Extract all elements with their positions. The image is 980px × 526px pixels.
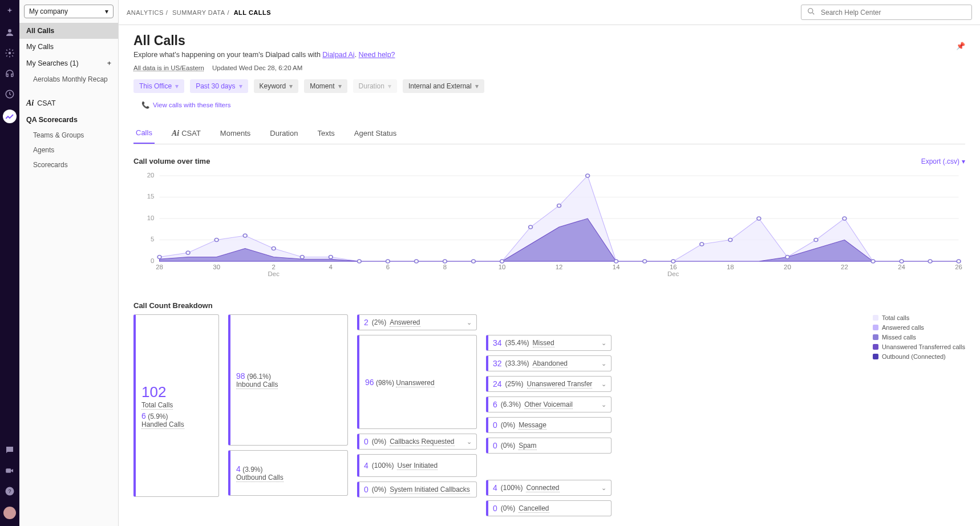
legend-item: Unanswered Transferred calls	[873, 343, 965, 350]
filter-chip-5[interactable]: Internal and External▾	[403, 79, 484, 93]
plus-icon[interactable]: +	[107, 59, 111, 67]
filter-chip-2[interactable]: Keyword▾	[254, 79, 299, 93]
pin-icon[interactable]: 📌	[956, 42, 965, 50]
history-icon[interactable]	[5, 89, 15, 99]
tab-csat[interactable]: AiCSAT	[169, 123, 203, 144]
sidebar-item-qa[interactable]: QA Scorecards	[19, 112, 118, 128]
tab-duration[interactable]: Duration	[268, 123, 300, 144]
filter-chip-4[interactable]: Duration▾	[353, 79, 397, 93]
sidebar-item-csat[interactable]: Ai CSAT	[19, 95, 118, 112]
card-callbacks-req[interactable]: 0 (0%) Callbacks Requested ⌄	[357, 434, 477, 450]
card-inbound[interactable]: 98 (96.1%) Inbound Calls	[228, 314, 348, 446]
page-title: All Calls	[133, 33, 395, 48]
card-unans-2[interactable]: 24 (25%) Unanswered Transfer⌄	[486, 376, 612, 392]
card-sys-init[interactable]: 0 (0%) System Initiated Callbacks	[357, 482, 477, 497]
chevron-down-icon: ▾	[475, 82, 479, 90]
svg-text:?: ?	[8, 488, 11, 494]
card-unans-1[interactable]: 32 (33.3%) Abandoned⌄	[486, 355, 612, 371]
company-name: My company	[29, 7, 68, 15]
search-help[interactable]	[801, 5, 972, 20]
need-help-link[interactable]: Need help?	[359, 51, 395, 59]
chevron-down-icon: ⌄	[601, 360, 606, 367]
gear-icon[interactable]	[5, 48, 15, 58]
card-total-calls[interactable]: 102 Total Calls 6 (5.9%) Handled Calls	[133, 314, 219, 497]
filter-chip-0[interactable]: This Office▾	[133, 79, 184, 93]
legend-item: Missed calls	[873, 334, 965, 341]
card-unans-5[interactable]: 0 (0%) Spam	[486, 438, 612, 454]
tab-agent-status[interactable]: Agent Status	[352, 123, 399, 144]
sidebar-sub-teams[interactable]: Teams & Groups	[19, 128, 118, 143]
filter-chip-3[interactable]: Moment▾	[304, 79, 347, 93]
svg-point-35	[700, 242, 704, 246]
card-out-0[interactable]: 4 (100%) Connected⌄	[486, 480, 612, 496]
sidebar-sub-scorecards[interactable]: Scorecards	[19, 157, 118, 172]
card-unans-3[interactable]: 6 (6.3%) Other Voicemail⌄	[486, 396, 612, 412]
chart-call-volume: 0510152028302468101214161820222426DecDec	[133, 170, 965, 284]
export-button[interactable]: Export (.csv) ▾	[921, 157, 965, 165]
sidebar-search-aerolabs[interactable]: Aerolabs Monthly Recap	[19, 72, 118, 87]
ai-badge-icon: Ai	[172, 129, 179, 138]
view-calls-link[interactable]: 📞 View calls with these filters	[141, 101, 965, 109]
chevron-down-icon: ⌄	[467, 438, 472, 446]
tab-calls[interactable]: Calls	[133, 123, 155, 144]
chat-icon[interactable]	[5, 445, 15, 455]
analytics-icon[interactable]	[3, 110, 17, 123]
person-icon[interactable]	[5, 27, 15, 38]
breadcrumb: ANALYTICS/ SUMMARY DATA/ ALL CALLS	[127, 9, 271, 16]
filter-chip-1[interactable]: Past 30 days▾	[190, 79, 248, 93]
svg-point-0	[8, 29, 11, 33]
svg-point-23	[357, 260, 361, 263]
timezone-info[interactable]: All data is in US/Eastern	[133, 64, 204, 71]
card-unans-4[interactable]: 0 (0%) Message	[486, 417, 612, 433]
chevron-down-icon: ▾	[962, 157, 965, 165]
search-input[interactable]	[820, 8, 966, 17]
tab-texts[interactable]: Texts	[315, 123, 337, 144]
tab-moments[interactable]: Moments	[218, 123, 253, 144]
svg-point-16	[157, 256, 161, 259]
sidebar-mysearches-header[interactable]: My Searches (1) +	[19, 55, 118, 72]
svg-point-29	[529, 225, 533, 229]
dialpad-ai-link[interactable]: Dialpad Ai	[322, 51, 354, 59]
chevron-down-icon: ⌄	[601, 484, 606, 492]
svg-point-40	[843, 217, 847, 220]
sidebar-item-mycalls[interactable]: My Calls	[19, 39, 118, 55]
svg-text:16: 16	[670, 264, 677, 270]
chevron-down-icon: ▾	[239, 82, 242, 90]
company-select[interactable]: My company ▾	[24, 5, 114, 18]
help-icon[interactable]: ?	[5, 486, 15, 496]
sparkle-icon[interactable]	[5, 7, 15, 17]
card-answered[interactable]: 2 (2%) Answered ⌄	[357, 314, 477, 330]
headset-icon[interactable]	[5, 68, 15, 79]
svg-text:6: 6	[386, 264, 390, 270]
svg-point-27	[472, 260, 476, 263]
svg-text:24: 24	[898, 264, 905, 270]
page-subtitle: Explore what's happening on your team's …	[133, 51, 395, 59]
svg-point-32	[614, 260, 618, 263]
svg-text:5: 5	[151, 236, 154, 242]
card-out-1[interactable]: 0 (0%) Cancelled	[486, 500, 612, 516]
sidebar-sub-agents[interactable]: Agents	[19, 143, 118, 157]
svg-text:4: 4	[329, 264, 333, 270]
card-outbound[interactable]: 4 (3.9%) Outbound Calls	[228, 450, 348, 496]
tabs: CallsAiCSATMomentsDurationTextsAgent Sta…	[133, 123, 965, 144]
svg-point-43	[928, 260, 932, 263]
card-unanswered[interactable]: 96 (98%) Unanswered	[357, 335, 477, 429]
chevron-down-icon: ▾	[388, 82, 391, 90]
sidebar-item-allcalls[interactable]: All Calls	[19, 23, 118, 39]
chevron-down-icon: ⌄	[601, 401, 606, 408]
svg-point-36	[728, 238, 732, 242]
section-breakdown-title: Call Count Breakdown	[133, 301, 213, 310]
card-user-init[interactable]: 4 (100%) User Initiated	[357, 454, 477, 477]
section-chart-title: Call volume over time	[133, 157, 210, 165]
avatar[interactable]	[3, 507, 16, 519]
svg-text:10: 10	[499, 264, 506, 270]
svg-text:30: 30	[213, 264, 220, 270]
topbar: ANALYTICS/ SUMMARY DATA/ ALL CALLS	[119, 0, 980, 25]
chevron-down-icon: ▾	[289, 82, 293, 90]
card-unans-0[interactable]: 34 (35.4%) Missed⌄	[486, 335, 612, 351]
svg-text:20: 20	[147, 172, 155, 179]
chevron-down-icon: ▾	[105, 7, 108, 15]
video-icon[interactable]	[5, 466, 15, 476]
phone-icon: 📞	[141, 101, 149, 109]
svg-point-39	[814, 238, 818, 242]
